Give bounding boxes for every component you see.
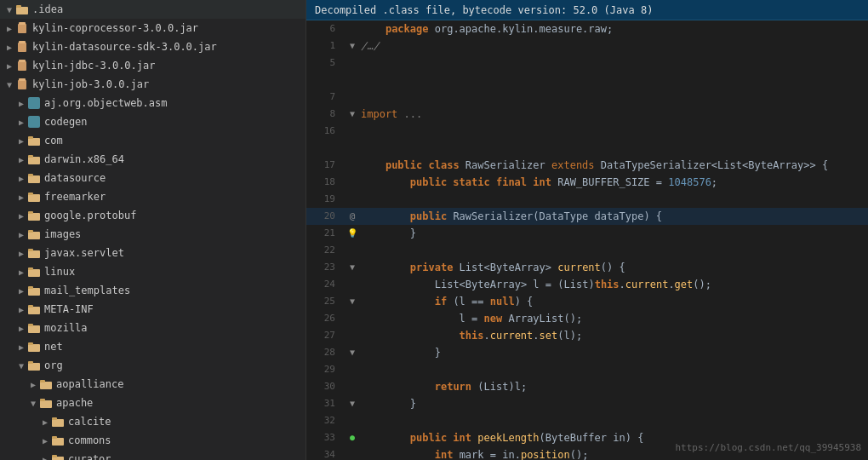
tree-item-kylin-datasource[interactable]: ▶kylin-datasource-sdk-3.0.0.jar bbox=[0, 37, 306, 56]
svg-rect-47 bbox=[52, 455, 57, 457]
line-number: 32 bbox=[310, 412, 335, 429]
tree-item-google-protobuf[interactable]: ▶google.protobuf bbox=[0, 206, 306, 225]
fold-icon[interactable]: ▼ bbox=[350, 106, 355, 123]
code-container[interactable]: 6 package org.apache.kylin.measure.raw; … bbox=[306, 20, 868, 460]
svg-rect-5 bbox=[19, 41, 26, 43]
code-content: public class RawSerializer extends DataT… bbox=[361, 157, 865, 174]
tree-item-net[interactable]: ▶net bbox=[0, 337, 306, 356]
tree-item-mail-templates[interactable]: ▶mail_templates bbox=[0, 281, 306, 300]
tree-item-freemarker[interactable]: ▶freemarker bbox=[0, 187, 306, 206]
tree-icon-folder bbox=[27, 321, 41, 335]
tree-icon-jar bbox=[15, 40, 29, 54]
line-number: 34 bbox=[310, 446, 335, 460]
tree-arrow: ▶ bbox=[15, 230, 27, 239]
svg-rect-23 bbox=[28, 230, 33, 233]
tree-arrow: ▶ bbox=[3, 43, 15, 52]
tree-item-org[interactable]: ▼org bbox=[0, 356, 306, 375]
svg-rect-34 bbox=[28, 344, 40, 352]
tree-item-curator[interactable]: ▶curator bbox=[0, 450, 306, 460]
tree-label: org bbox=[44, 359, 63, 371]
tree-label: kylin-jdbc-3.0.0.jar bbox=[32, 60, 156, 72]
svg-rect-37 bbox=[28, 361, 33, 364]
svg-rect-44 bbox=[52, 438, 64, 446]
tree-item-darwin[interactable]: ▶darwin.x86_64 bbox=[0, 150, 306, 169]
tree-arrow: ▶ bbox=[15, 174, 27, 183]
tree-item-kylin-jdbc[interactable]: ▶kylin-jdbc-3.0.0.jar bbox=[0, 56, 306, 75]
tree-label: apache bbox=[56, 397, 93, 409]
tree-label: javax.servlet bbox=[44, 247, 124, 259]
tree-item-idea[interactable]: ▼.idea bbox=[0, 0, 306, 19]
fold-icon[interactable]: ▼ bbox=[350, 395, 355, 412]
tree-item-apache[interactable]: ▼apache bbox=[0, 394, 306, 412]
tree-icon-jar bbox=[15, 21, 29, 35]
tree-arrow: ▼ bbox=[15, 361, 27, 371]
tree-item-aopalliance[interactable]: ▶aopalliance bbox=[0, 375, 306, 394]
line-number: 16 bbox=[310, 123, 335, 140]
green-dot-icon: ● bbox=[350, 429, 355, 446]
tree-item-linux[interactable]: ▶linux bbox=[0, 262, 306, 281]
tree-item-javax-servlet[interactable]: ▶javax.servlet bbox=[0, 244, 306, 262]
tree-item-datasource[interactable]: ▶datasource bbox=[0, 169, 306, 187]
svg-rect-22 bbox=[28, 232, 40, 239]
svg-rect-7 bbox=[19, 60, 26, 62]
fold-icon[interactable]: ▼ bbox=[350, 37, 355, 55]
code-content: if (l == null) { bbox=[361, 293, 865, 310]
svg-rect-39 bbox=[40, 380, 45, 382]
svg-rect-24 bbox=[28, 250, 40, 258]
tree-label: net bbox=[44, 341, 63, 353]
tree-item-meta-inf[interactable]: ▶META-INF bbox=[0, 300, 306, 319]
code-content: } bbox=[361, 395, 865, 412]
tree-label: darwin.x86_64 bbox=[44, 153, 124, 165]
tree-item-kylin-job[interactable]: ▼kylin-job-3.0.0.jar bbox=[0, 75, 306, 94]
tree-label: images bbox=[44, 228, 81, 240]
tree-label: kylin-coprocessor-3.0.0.jar bbox=[32, 22, 198, 34]
tree-arrow: ▶ bbox=[15, 267, 27, 277]
tree-label: commons bbox=[68, 434, 111, 446]
code-line: 18 public static final int RAW_BUFFER_SI… bbox=[306, 174, 868, 191]
tree-arrow: ▼ bbox=[3, 80, 15, 89]
code-line: 26 l = new ArrayList(); bbox=[306, 310, 868, 327]
fold-icon[interactable]: ▼ bbox=[350, 293, 355, 310]
svg-rect-19 bbox=[28, 193, 33, 195]
bulb-icon[interactable]: 💡 bbox=[347, 225, 357, 242]
tree-icon-folder bbox=[51, 452, 65, 460]
tree-item-aj-org[interactable]: ▶aj.org.objectweb.asm bbox=[0, 94, 306, 112]
tree-arrow: ▶ bbox=[15, 155, 27, 164]
tree-item-images[interactable]: ▶images bbox=[0, 225, 306, 244]
code-line: 22 bbox=[306, 242, 868, 259]
line-gutter: ▼ bbox=[344, 395, 361, 412]
tree-arrow: ▶ bbox=[39, 455, 51, 461]
code-line: 24 List<ByteArray> l = (List)this.curren… bbox=[306, 276, 868, 293]
svg-rect-42 bbox=[52, 419, 64, 427]
tree-arrow: ▶ bbox=[15, 342, 27, 352]
tree-item-com[interactable]: ▶com bbox=[0, 131, 306, 150]
tree-icon-package bbox=[27, 115, 41, 129]
tree-item-mozilla[interactable]: ▶mozilla bbox=[0, 319, 306, 337]
svg-rect-29 bbox=[28, 286, 33, 289]
tree-label: linux bbox=[44, 266, 75, 278]
line-gutter: ▼ bbox=[344, 344, 361, 361]
code-content: /…/ bbox=[361, 37, 865, 55]
tree-item-commons[interactable]: ▶commons bbox=[0, 431, 306, 450]
code-line: 19 bbox=[306, 191, 868, 208]
line-number: 5 bbox=[310, 55, 335, 72]
svg-rect-17 bbox=[28, 174, 33, 176]
fold-icon[interactable]: ▼ bbox=[350, 344, 355, 361]
tree-icon-folder bbox=[15, 3, 29, 16]
svg-rect-27 bbox=[28, 267, 33, 270]
svg-rect-4 bbox=[18, 43, 26, 52]
tree-label: mozilla bbox=[44, 322, 88, 334]
code-line: 29 bbox=[306, 361, 868, 378]
tree-icon-package bbox=[27, 96, 41, 110]
svg-rect-20 bbox=[28, 213, 40, 221]
file-tree[interactable]: ▼.idea▶kylin-coprocessor-3.0.0.jar▶kylin… bbox=[0, 0, 306, 460]
tree-icon-folder bbox=[27, 152, 41, 166]
tree-item-calcite[interactable]: ▶calcite bbox=[0, 412, 306, 431]
editor-header-text: Decompiled .class file, bytecode version… bbox=[315, 4, 653, 16]
tree-item-codegen[interactable]: ▶codegen bbox=[0, 112, 306, 131]
svg-rect-31 bbox=[28, 305, 33, 308]
tree-item-kylin-coprocessor[interactable]: ▶kylin-coprocessor-3.0.0.jar bbox=[0, 19, 306, 37]
line-number: 21 bbox=[310, 225, 335, 242]
fold-icon[interactable]: ▼ bbox=[350, 259, 355, 276]
code-content: this.current.set(l); bbox=[361, 327, 865, 344]
